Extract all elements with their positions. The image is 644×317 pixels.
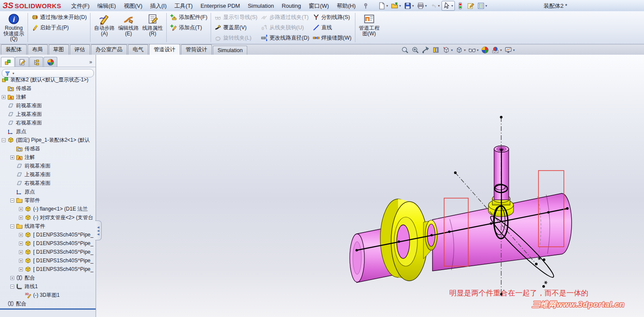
tree-item--d1enps3sch40s-pipe_[interactable]: +[ D1ENPS3Sch40S^Pipe_ <box>0 265 96 273</box>
menu-item-8[interactable]: 窗口(W) <box>305 0 333 11</box>
tree-item-上视基准面[interactable]: 上视基准面 <box>0 170 96 179</box>
tab-评估[interactable]: 评估 <box>70 44 90 55</box>
ribbon-button-编辑线路-e-[interactable]: 编辑线路(E) <box>116 12 140 37</box>
panel-tab-display-manager[interactable] <box>44 57 57 67</box>
menu-item-9[interactable]: 帮助(H) <box>333 0 360 11</box>
tree-item-上视基准面[interactable]: 上视基准面 <box>0 110 96 118</box>
tree-item-前视基准面[interactable]: 前视基准面 <box>0 101 96 110</box>
menu-item-2[interactable]: 视图(V) <box>120 0 146 11</box>
tab-simulation[interactable]: Simulation <box>213 46 247 55</box>
tree-expand-box[interactable]: + <box>10 276 14 280</box>
tab-办公室产品[interactable]: 办公室产品 <box>91 44 128 55</box>
traffic-light-button[interactable] <box>455 1 465 10</box>
tree-item--固定-pipe_1-装配体2-1-默认[interactable]: −(固定) Pipe_1-装配体2<1> (默认 <box>0 136 96 144</box>
tree-expand-box[interactable]: + <box>19 242 23 246</box>
tree-item-注解[interactable]: +A注解 <box>0 93 96 101</box>
tree-item--flange-1-d1e-法兰[interactable]: +(-) flange<1> (D1E 法兰 <box>0 205 96 213</box>
tab-装配体[interactable]: 装配体 <box>1 44 27 55</box>
tree-item--d1enps3sch40s-pipe_[interactable]: +[ D1ENPS3Sch40S^Pipe_ <box>0 239 96 248</box>
section-view-button[interactable] <box>432 46 440 54</box>
select-dropdown-caret[interactable]: ▾ <box>451 4 453 8</box>
tree-expand-box[interactable]: + <box>2 95 6 99</box>
menu-item-7[interactable]: Routing <box>278 0 305 11</box>
tree-item-右视基准面[interactable]: 右视基准面 <box>0 179 96 187</box>
tree-item--d1enps1sch40s-pipe_[interactable]: +[ D1ENPS1Sch40S^Pipe_ <box>0 256 96 265</box>
tree-item--d1enps3sch40s-pipe_[interactable]: +[ D1ENPS3Sch40S^Pipe_ <box>0 230 96 239</box>
tree-item-原点[interactable]: 原点 <box>0 187 96 196</box>
tree-item--3d草图1[interactable]: 3D(-) 3D草图1 <box>0 291 96 299</box>
panel-tab-property-manager[interactable] <box>15 57 29 67</box>
print-button[interactable]: ▾ <box>416 1 428 10</box>
tree-item-装配体2-默认-默认_显示状态-1-[interactable]: 装配体2 (默认<默认_显示状态-1>) <box>0 75 96 84</box>
ribbon-button-通过拖-放来开始-d-[interactable]: 通过拖/放来开始(D) <box>30 12 88 22</box>
panel-collapse-handle[interactable]: ◀◀◀ <box>95 221 102 240</box>
graphics-viewport[interactable]: 明显是两个件重合在一起了，而不是一体的 三维网www.3dportal.cn <box>96 55 644 317</box>
view-settings-button[interactable]: ▾ <box>504 46 515 54</box>
menu-item-0[interactable]: 文件(F) <box>67 0 93 11</box>
new-document-dropdown-caret[interactable]: ▾ <box>386 4 388 8</box>
view-orientation-button[interactable]: ▾ <box>442 46 453 54</box>
pin-icon[interactable] <box>362 2 369 9</box>
tree-item-右视基准面[interactable]: 右视基准面 <box>0 118 96 127</box>
ribbon-button-添加点-t-[interactable]: 添加点(T) <box>168 22 209 33</box>
tab-布局[interactable]: 布局 <box>28 44 48 55</box>
tree-collapse-box[interactable]: − <box>10 224 14 228</box>
tree-item-前视基准面[interactable]: 前视基准面 <box>0 162 96 170</box>
ribbon-button-分割线路-s-[interactable]: 分割线路(S) <box>311 12 353 22</box>
tab-电气[interactable]: 电气 <box>128 44 148 55</box>
hide-show-items-dropdown-caret[interactable]: ▾ <box>477 48 479 52</box>
tree-expand-box[interactable]: + <box>19 207 23 211</box>
panel-splitter[interactable] <box>0 308 96 310</box>
ribbon-button-更改线路直径-d-[interactable]: 更改线路直径(D) <box>259 33 311 43</box>
save-dropdown-caret[interactable]: ▾ <box>412 4 414 8</box>
tab-管道设计[interactable]: 管道设计 <box>149 44 180 55</box>
ribbon-button-添加配件-f-[interactable]: 添加配件(F) <box>168 12 209 22</box>
panel-tabs-overflow[interactable]: » <box>87 59 95 67</box>
tree-item-原点[interactable]: 原点 <box>0 127 96 136</box>
menu-item-4[interactable]: 工具(T) <box>171 0 197 11</box>
ribbon-button-覆盖层-v-[interactable]: 覆盖层(V) <box>213 22 259 33</box>
filter-dropdown-caret[interactable]: ▾ <box>12 71 14 75</box>
open-dropdown-caret[interactable]: ▾ <box>399 4 401 8</box>
zoom-to-area-button[interactable] <box>411 46 420 54</box>
zoom-to-selection-button[interactable] <box>421 46 430 54</box>
menu-item-1[interactable]: 编辑(E) <box>93 0 120 11</box>
tree-collapse-box[interactable]: − <box>2 138 6 142</box>
tree-item-注解[interactable]: +A注解 <box>0 153 96 162</box>
new-document-button[interactable]: ▾ <box>377 1 389 10</box>
ribbon-button-线路属性-r-[interactable]: 线路属性(R) <box>140 12 165 37</box>
menu-item-5[interactable]: Enterprise PDM <box>196 0 244 11</box>
display-style-dropdown-caret[interactable]: ▾ <box>464 48 466 52</box>
menu-item-6[interactable]: Simulation <box>244 0 278 11</box>
apply-scene-dropdown-caret[interactable]: ▾ <box>500 48 502 52</box>
view-orientation-dropdown-caret[interactable]: ▾ <box>451 48 453 52</box>
ribbon-button-管道工程图-w-[interactable]: 管道工程图(W) <box>357 12 381 37</box>
select-button[interactable]: ▾ <box>442 1 455 11</box>
view-settings-dropdown-caret[interactable]: ▾ <box>513 48 515 52</box>
tree-expand-box[interactable]: + <box>10 155 14 159</box>
tree-expand-box[interactable]: + <box>19 259 23 263</box>
task-list-dropdown-caret[interactable]: ▾ <box>485 4 487 8</box>
panel-tab-configuration-manager[interactable] <box>29 57 43 67</box>
ribbon-button-焊接缝隙-w-[interactable]: 焊接缝隙(W) <box>311 33 353 43</box>
undo-dropdown-caret[interactable]: ▾ <box>438 4 440 8</box>
tree-item--对焊支管座-2-支管台[interactable]: +(-) 对焊支管座<2> (支管台 <box>0 213 96 222</box>
apply-scene-button[interactable]: ▾ <box>491 46 502 54</box>
undo-button[interactable]: ▾ <box>429 1 441 10</box>
save-button[interactable]: ▾ <box>403 1 415 10</box>
tree-collapse-box[interactable]: − <box>10 285 14 289</box>
tree-item-传感器[interactable]: 传感器 <box>0 84 96 93</box>
tree-collapse-box[interactable]: − <box>10 199 14 202</box>
tree-item-零部件[interactable]: −零部件 <box>0 196 96 205</box>
tree-item-配合[interactable]: 配合 <box>0 299 96 308</box>
tree-expand-box[interactable]: + <box>19 267 23 271</box>
tree-item-路线1[interactable]: −路线1 <box>0 282 96 291</box>
zoom-to-fit-button[interactable] <box>401 46 409 54</box>
open-button[interactable]: ▾ <box>390 1 402 10</box>
tab-管筒设计[interactable]: 管筒设计 <box>181 44 212 55</box>
ribbon-button-自动步路-a-[interactable]: 自动步路(A) <box>92 12 116 37</box>
tree-item-传感器[interactable]: 传感器 <box>0 144 96 153</box>
edit-appearance-button[interactable] <box>481 46 489 54</box>
panel-tab-feature-manager[interactable] <box>1 57 15 67</box>
tree-expand-box[interactable]: + <box>19 233 23 237</box>
